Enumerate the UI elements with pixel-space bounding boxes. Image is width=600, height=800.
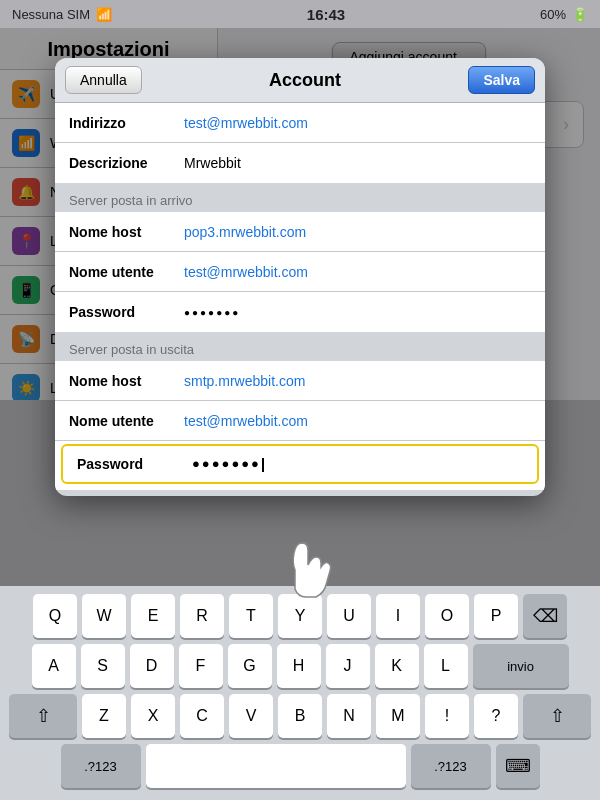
- descrizione-label: Descrizione: [69, 155, 184, 171]
- account-dialog: Annulla Account Salva Indirizzo test@mrw…: [55, 58, 545, 496]
- uscita-user-label: Nome utente: [69, 413, 184, 429]
- key-numbers[interactable]: .?123: [61, 744, 141, 788]
- key-b[interactable]: B: [278, 694, 322, 738]
- save-button[interactable]: Salva: [468, 66, 535, 94]
- key-return[interactable]: invio: [473, 644, 569, 688]
- status-right: 60% 🔋: [540, 7, 588, 22]
- dialog-titlebar: Annulla Account Salva: [55, 58, 545, 103]
- arrivo-user-label: Nome utente: [69, 264, 184, 280]
- key-numbers-right[interactable]: .?123: [411, 744, 491, 788]
- key-shift-right[interactable]: ⇧: [523, 694, 591, 738]
- key-d[interactable]: D: [130, 644, 174, 688]
- key-j[interactable]: J: [326, 644, 370, 688]
- indirizzo-label: Indirizzo: [69, 115, 184, 131]
- uscita-section: Nome host smtp.mrwebbit.com Nome utente …: [55, 361, 545, 490]
- key-e[interactable]: E: [131, 594, 175, 638]
- key-g[interactable]: G: [228, 644, 272, 688]
- cancel-button[interactable]: Annulla: [65, 66, 142, 94]
- key-i[interactable]: I: [376, 594, 420, 638]
- descrizione-value: Mrwebbit: [184, 155, 531, 171]
- uscita-user-row: Nome utente test@mrwebbit.com: [55, 401, 545, 441]
- arrivo-section: Nome host pop3.mrwebbit.com Nome utente …: [55, 212, 545, 332]
- indirizzo-value: test@mrwebbit.com: [184, 115, 531, 131]
- status-bar: Nessuna SIM 📶 16:43 60% 🔋: [0, 0, 600, 28]
- uscita-password-label: Password: [77, 456, 192, 472]
- key-x[interactable]: X: [131, 694, 175, 738]
- key-q[interactable]: Q: [33, 594, 77, 638]
- key-keyboard[interactable]: ⌨: [496, 744, 540, 788]
- key-backspace[interactable]: ⌫: [523, 594, 567, 638]
- key-shift-left[interactable]: ⇧: [9, 694, 77, 738]
- arrivo-password-label: Password: [69, 304, 184, 320]
- battery-icon: 🔋: [572, 7, 588, 22]
- key-y[interactable]: Y: [278, 594, 322, 638]
- uscita-host-value: smtp.mrwebbit.com: [184, 373, 531, 389]
- keyboard: Q W E R T Y U I O P ⌫ A S D F G H J K L …: [0, 586, 600, 800]
- key-w[interactable]: W: [82, 594, 126, 638]
- key-k[interactable]: K: [375, 644, 419, 688]
- key-c[interactable]: C: [180, 694, 224, 738]
- carrier-label: Nessuna SIM: [12, 7, 90, 22]
- dialog-overlay: Annulla Account Salva Indirizzo test@mrw…: [0, 28, 600, 600]
- arrivo-password-row[interactable]: Password ●●●●●●●: [55, 292, 545, 332]
- key-n[interactable]: N: [327, 694, 371, 738]
- arrivo-host-value: pop3.mrwebbit.com: [184, 224, 531, 240]
- uscita-password-value[interactable]: ●●●●●●●: [192, 456, 523, 472]
- key-h[interactable]: H: [277, 644, 321, 688]
- arrivo-section-label: Server posta in arrivo: [55, 185, 545, 212]
- status-left: Nessuna SIM 📶: [12, 7, 112, 22]
- key-p[interactable]: P: [474, 594, 518, 638]
- keyboard-row-1: Q W E R T Y U I O P ⌫: [4, 594, 596, 638]
- battery-label: 60%: [540, 7, 566, 22]
- keyboard-row-3: ⇧ Z X C V B N M ! ? ⇧: [4, 694, 596, 738]
- key-o[interactable]: O: [425, 594, 469, 638]
- uscita-password-row[interactable]: Password ●●●●●●●: [61, 444, 539, 484]
- key-excl[interactable]: !: [425, 694, 469, 738]
- uscita-section-label: Server posta in uscita: [55, 334, 545, 361]
- indirizzo-row: Indirizzo test@mrwebbit.com: [55, 103, 545, 143]
- key-space[interactable]: [146, 744, 406, 788]
- dialog-title: Account: [269, 70, 341, 91]
- account-info-section: Indirizzo test@mrwebbit.com Descrizione …: [55, 103, 545, 183]
- uscita-host-label: Nome host: [69, 373, 184, 389]
- arrivo-host-row: Nome host pop3.mrwebbit.com: [55, 212, 545, 252]
- key-f[interactable]: F: [179, 644, 223, 688]
- key-a[interactable]: A: [32, 644, 76, 688]
- arrivo-password-value: ●●●●●●●: [184, 307, 531, 318]
- arrivo-user-row: Nome utente test@mrwebbit.com: [55, 252, 545, 292]
- key-v[interactable]: V: [229, 694, 273, 738]
- key-z[interactable]: Z: [82, 694, 126, 738]
- descrizione-row: Descrizione Mrwebbit: [55, 143, 545, 183]
- key-t[interactable]: T: [229, 594, 273, 638]
- keyboard-row-4: .?123 .?123 ⌨: [4, 744, 596, 788]
- arrivo-user-value: test@mrwebbit.com: [184, 264, 531, 280]
- dialog-body: Indirizzo test@mrwebbit.com Descrizione …: [55, 103, 545, 496]
- key-l[interactable]: L: [424, 644, 468, 688]
- key-m[interactable]: M: [376, 694, 420, 738]
- key-s[interactable]: S: [81, 644, 125, 688]
- arrivo-host-label: Nome host: [69, 224, 184, 240]
- key-quest[interactable]: ?: [474, 694, 518, 738]
- keyboard-row-2: A S D F G H J K L invio: [4, 644, 596, 688]
- uscita-host-row: Nome host smtp.mrwebbit.com: [55, 361, 545, 401]
- signal-icon: 📶: [96, 7, 112, 22]
- time-label: 16:43: [307, 6, 345, 23]
- uscita-user-value: test@mrwebbit.com: [184, 413, 531, 429]
- key-r[interactable]: R: [180, 594, 224, 638]
- key-u[interactable]: U: [327, 594, 371, 638]
